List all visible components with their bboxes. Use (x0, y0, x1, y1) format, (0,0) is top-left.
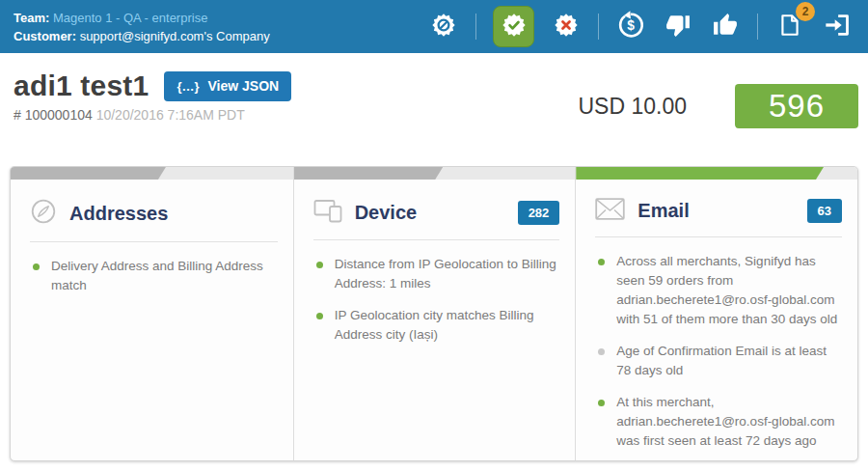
card-header-divider (30, 241, 278, 242)
refund-dollar-icon: $ (616, 11, 645, 43)
insight-cards: Addresses Delivery Address and Billing A… (10, 166, 858, 461)
approve-button[interactable] (493, 6, 534, 47)
email-strip-fill (576, 167, 824, 180)
case-header: adi1 test1 {…} View JSON # 100000104 10/… (0, 53, 868, 166)
order-number: # 100000104 (14, 107, 93, 123)
case-title: adi1 test1 (14, 69, 149, 102)
device-icon (313, 198, 342, 227)
device-strip-fill (294, 167, 444, 180)
refund-button[interactable]: $ (615, 12, 646, 42)
device-strip (294, 167, 576, 180)
finding-item: Across all merchants, Signifyd has seen … (595, 252, 844, 329)
team-value: Magento 1 - QA - enterprise (53, 11, 207, 25)
device-card-title: Device (355, 202, 418, 224)
finding-item: Delivery Address and Billing Address mat… (30, 257, 280, 295)
card-addresses: Addresses Delivery Address and Billing A… (11, 167, 293, 461)
customer-label: Customer: (14, 29, 76, 43)
device-score-badge: 282 (518, 201, 560, 225)
notes-button[interactable]: 2 (774, 12, 805, 42)
order-amount: USD 10.00 (578, 94, 687, 120)
card-header-divider (313, 239, 560, 240)
finding-item: Distance from IP Geolocation to Billing … (313, 255, 562, 293)
compass-icon (30, 198, 57, 229)
team-customer-info: Team: Magento 1 - QA - enterprise Custom… (14, 9, 270, 45)
addresses-findings: Delivery Address and Billing Address mat… (11, 257, 293, 295)
email-findings: Across all merchants, Signifyd has seen … (576, 252, 857, 451)
approve-seal-check-icon (501, 12, 528, 42)
device-findings: Distance from IP Geolocation to Billing … (294, 255, 576, 345)
team-label: Team: (14, 11, 49, 25)
no-decision-button[interactable] (428, 12, 459, 42)
toolbar-divider (757, 14, 758, 40)
thumbs-up-icon (713, 13, 738, 42)
order-datetime: 10/20/2016 7:16AM PDT (96, 107, 245, 123)
no-decision-seal-icon (430, 12, 457, 42)
customer-value: support@signifyd.com's Company (80, 29, 270, 43)
view-json-button[interactable]: {…} View JSON (164, 71, 291, 101)
team-line: Team: Magento 1 - QA - enterprise (14, 9, 270, 27)
addresses-strip-fill (11, 167, 166, 180)
finding-item: At this merchant, adrian.becherete1@ro.o… (595, 393, 844, 451)
addresses-strip (11, 167, 293, 180)
topbar: Team: Magento 1 - QA - enterprise Custom… (0, 0, 868, 53)
card-device: Device 282 Distance from IP Geolocation … (293, 167, 576, 461)
exit-arrow-icon (824, 12, 851, 42)
finding-item: Age of Confirmation Email is at least 78… (595, 342, 844, 380)
thumbs-up-button[interactable] (710, 12, 741, 42)
email-strip (576, 167, 857, 180)
decline-seal-x-icon (553, 12, 580, 42)
email-score-badge: 63 (807, 199, 842, 223)
thumbs-down-icon (665, 13, 691, 42)
thumbs-down-button[interactable] (663, 12, 693, 42)
envelope-icon (595, 198, 625, 224)
addresses-card-title: Addresses (69, 203, 168, 225)
view-json-label: View JSON (208, 78, 280, 94)
card-header-divider (595, 236, 842, 237)
json-braces-icon: {…} (176, 79, 199, 94)
case-action-toolbar: $ (428, 6, 853, 47)
decline-button[interactable] (551, 12, 582, 42)
card-email: Email 63 Across all merchants, Signifyd … (575, 167, 857, 461)
notes-count-badge: 2 (796, 2, 815, 21)
toolbar-divider (475, 14, 476, 40)
finding-item: IP Geolocation city matches Billing Addr… (313, 306, 562, 345)
exit-button[interactable] (822, 12, 853, 42)
svg-text:$: $ (627, 18, 635, 33)
email-card-title: Email (637, 200, 689, 222)
case-score-badge: 596 (735, 84, 858, 128)
customer-line: Customer: support@signifyd.com's Company (14, 27, 270, 45)
toolbar-divider (598, 14, 599, 40)
